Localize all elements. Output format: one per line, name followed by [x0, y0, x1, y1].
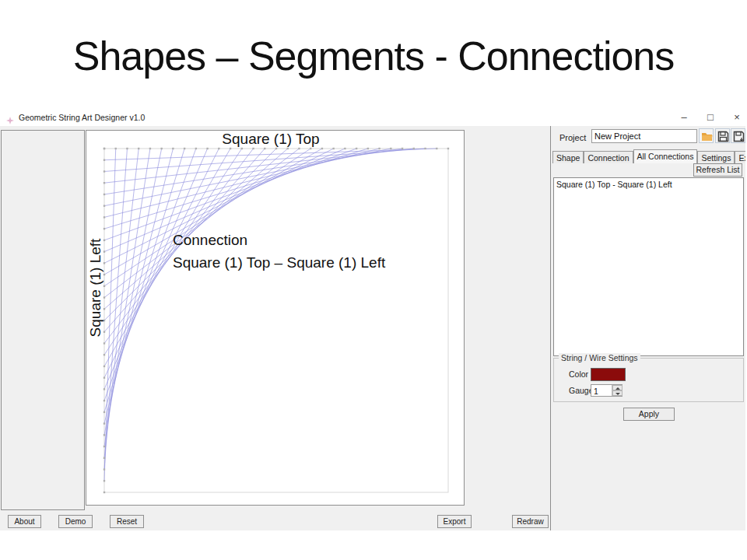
app-icon	[6, 114, 14, 121]
chevron-down-icon	[615, 393, 620, 395]
gauge-label: Gauge	[569, 386, 594, 395]
about-button[interactable]: About	[8, 515, 41, 528]
project-label: Project	[559, 133, 586, 142]
slide-title: Shapes – Segments - Connections	[0, 33, 747, 79]
window-title: Geometric String Art Designer v1.0	[19, 113, 145, 122]
apply-button[interactable]: Apply	[623, 408, 675, 421]
save-as-button[interactable]	[731, 128, 745, 143]
right-panel: Project	[550, 126, 745, 530]
left-tool-panel	[1, 130, 85, 510]
connection-annotation: Connection Square (1) Top – Square (1) L…	[173, 229, 385, 274]
reset-button[interactable]: Reset	[110, 515, 144, 528]
connection-annotation-line1: Connection	[173, 229, 385, 251]
segment-label-top: Square (1) Top	[193, 131, 349, 148]
string-art-svg	[86, 131, 464, 505]
tab-export[interactable]: Export	[735, 151, 745, 163]
drawing-canvas[interactable]: Square (1) Top Square (1) Left Connectio…	[86, 130, 465, 506]
tab-settings[interactable]: Settings	[697, 151, 735, 163]
save-project-button[interactable]	[715, 128, 730, 143]
project-name-input[interactable]	[591, 129, 697, 143]
close-button[interactable]: ×	[728, 110, 745, 124]
color-swatch[interactable]	[591, 368, 626, 381]
segment-label-left: Square (1) Left	[87, 229, 103, 346]
tab-connection[interactable]: Connection	[584, 151, 633, 163]
gauge-stepper[interactable]: 1	[591, 384, 622, 397]
open-project-button[interactable]	[699, 128, 714, 143]
chevron-up-icon	[615, 387, 620, 390]
connection-annotation-line2: Square (1) Top – Square (1) Left	[173, 251, 385, 274]
tab-all-connections[interactable]: All Connections	[633, 149, 698, 163]
demo-button[interactable]: Demo	[58, 515, 93, 528]
list-item[interactable]: Square (1) Top - Square (1) Left	[554, 178, 743, 191]
group-title: String / Wire Settings	[559, 353, 640, 362]
app-window: Geometric String Art Designer v1.0 – □ ×…	[0, 109, 745, 530]
slide: Shapes – Segments - Connections Geometri…	[0, 0, 747, 560]
window-titlebar: Geometric String Art Designer v1.0 – □ ×	[0, 109, 745, 126]
export-button[interactable]: Export	[437, 515, 472, 528]
refresh-list-button[interactable]: Refresh List	[693, 163, 742, 177]
color-label: Color	[569, 369, 588, 379]
gauge-up-button[interactable]	[612, 385, 622, 390]
maximize-button[interactable]: □	[702, 110, 719, 124]
redraw-button[interactable]: Redraw	[512, 515, 549, 528]
gauge-value: 1	[594, 387, 598, 396]
client-area: Square (1) Top Square (1) Left Connectio…	[0, 126, 745, 530]
tab-strip: ShapeConnectionAll ConnectionsSettingsEx…	[552, 149, 745, 163]
connections-listbox[interactable]: Square (1) Top - Square (1) Left	[553, 177, 744, 356]
minimize-button[interactable]: –	[675, 110, 693, 124]
string-wire-settings-group: String / Wire Settings Color Gauge 1	[553, 358, 744, 402]
gauge-spin-buttons	[612, 385, 622, 396]
tab-shape[interactable]: Shape	[552, 151, 584, 163]
gauge-down-button[interactable]	[612, 390, 622, 396]
